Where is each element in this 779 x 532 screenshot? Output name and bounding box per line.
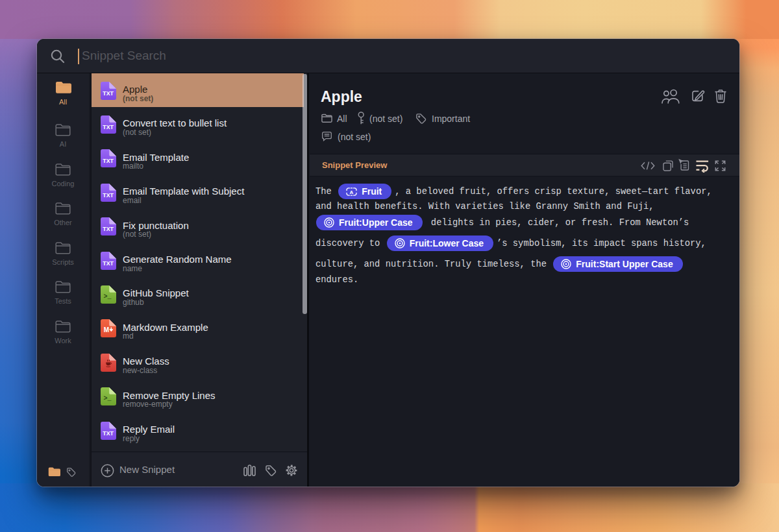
svg-text:M: M [104, 326, 109, 333]
svg-text:>_: >_ [103, 395, 112, 402]
svg-text:TXT: TXT [103, 124, 114, 130]
svg-text:A: A [350, 189, 354, 195]
svg-text:TXT: TXT [103, 192, 114, 199]
svg-text:>_: >_ [103, 293, 112, 300]
svg-text:TXT: TXT [103, 158, 114, 164]
svg-text:TXT: TXT [103, 260, 114, 267]
svg-text:TXT: TXT [103, 90, 114, 97]
svg-text:TXT: TXT [103, 430, 114, 437]
svg-text:TXT: TXT [103, 226, 114, 232]
